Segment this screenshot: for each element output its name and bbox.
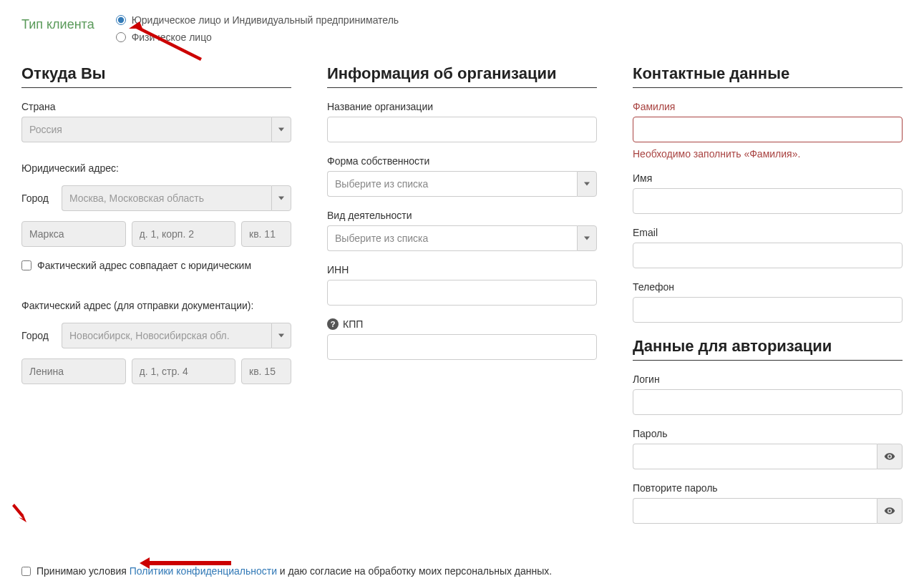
activity-select[interactable]: Выберите из списка [327,225,597,251]
kpp-label: КПП [343,318,363,330]
chevron-down-icon[interactable] [577,171,597,197]
radio-individual-label: Физическое лицо [132,31,212,43]
password-label: Пароль [633,428,903,439]
country-select[interactable]: Россия [21,117,291,142]
login-input[interactable] [633,389,903,415]
email-input[interactable] [633,243,903,268]
activity-placeholder: Выберите из списка [327,225,577,251]
phone-input[interactable] [633,297,903,323]
password-input[interactable] [633,444,877,469]
consent-suffix: и даю согласие на обработку моих персона… [277,565,552,577]
legal-street-input[interactable] [21,221,126,247]
name-label: Имя [633,172,903,184]
surname-input[interactable] [633,117,903,142]
same-address-checkbox[interactable] [21,260,31,270]
chevron-down-icon[interactable] [271,117,291,142]
repeat-password-label: Повторите пароль [633,482,903,494]
surname-label: Фамилия [633,101,903,112]
repeat-password-input[interactable] [633,498,877,524]
eye-icon[interactable] [877,444,903,469]
legal-building-input[interactable] [132,221,236,247]
actual-address-label: Фактический адрес (для отправки документ… [21,300,291,311]
actual-apt-input[interactable] [241,358,291,384]
legal-apt-input[interactable] [241,221,291,247]
actual-building-input[interactable] [132,358,236,384]
ownership-label: Форма собственности [327,155,597,167]
country-label: Страна [21,101,291,112]
org-name-input[interactable] [327,117,597,142]
actual-city-select[interactable]: Новосибирск, Новосибирская обл. [62,323,291,348]
org-title: Информация об организации [327,64,597,88]
legal-city-select[interactable]: Москва, Московская область [62,185,291,211]
radio-individual-input[interactable] [116,32,126,42]
chevron-down-icon[interactable] [577,225,597,251]
inn-input[interactable] [327,280,597,306]
activity-label: Вид деятельности [327,210,597,221]
radio-legal-entity[interactable]: Юридическое лицо и Индивидуальный предпр… [116,14,399,26]
actual-city-value: Новосибирск, Новосибирская обл. [62,323,271,348]
radio-legal-entity-label: Юридическое лицо и Индивидуальный предпр… [132,14,399,26]
contact-title: Контактные данные [633,64,903,88]
country-value: Россия [21,117,271,142]
eye-icon[interactable] [877,498,903,524]
client-type-heading: Тип клиента [21,14,94,32]
inn-label: ИНН [327,264,597,275]
chevron-down-icon[interactable] [271,323,291,348]
city-label-legal: Город [21,192,54,204]
location-title: Откуда Вы [21,64,291,88]
ownership-select[interactable]: Выберите из списка [327,171,597,197]
legal-address-label: Юридический адрес: [21,162,291,174]
radio-individual[interactable]: Физическое лицо [116,31,399,43]
kpp-input[interactable] [327,334,597,360]
city-label-actual: Город [21,330,54,341]
legal-city-value: Москва, Московская область [62,185,271,211]
auth-title: Данные для авторизации [633,337,903,361]
chevron-down-icon[interactable] [271,185,291,211]
same-address-label: Фактический адрес совпадает с юридически… [37,260,251,271]
login-label: Логин [633,373,903,385]
help-icon[interactable]: ? [327,318,339,330]
name-input[interactable] [633,188,903,214]
ownership-placeholder: Выберите из списка [327,171,577,197]
actual-street-input[interactable] [21,358,126,384]
radio-legal-entity-input[interactable] [116,15,126,25]
phone-label: Телефон [633,281,903,293]
surname-error: Необходимо заполнить «Фамилия». [633,148,903,160]
consent-checkbox[interactable] [21,567,31,576]
consent-prefix: Принимаю условия [37,565,130,577]
email-label: Email [633,227,903,238]
consent-text: Принимаю условия Политики конфиденциальн… [37,565,552,577]
org-name-label: Название организации [327,101,597,112]
privacy-policy-link[interactable]: Политики конфиденциальности [130,565,277,577]
